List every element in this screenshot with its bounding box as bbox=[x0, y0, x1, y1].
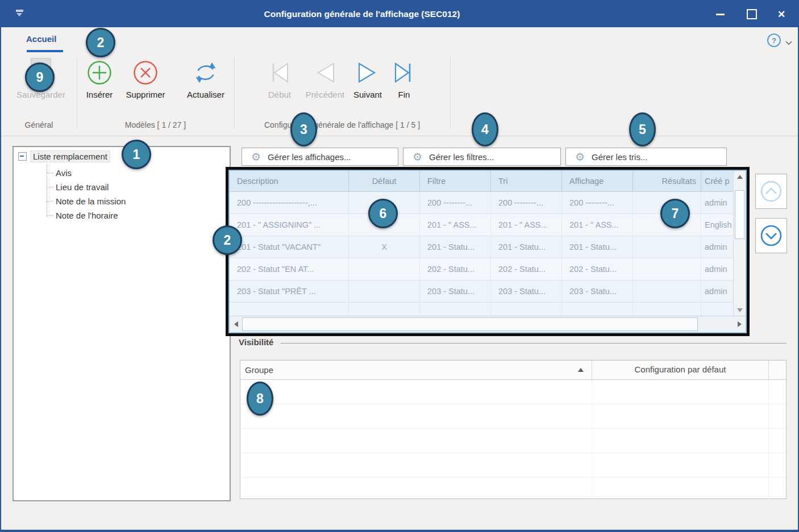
circle-up-icon bbox=[759, 179, 784, 204]
window-title: Configuration générale de l'affichage (S… bbox=[1, 1, 723, 27]
table-row[interactable]: 202 - Statut "EN AT... 202 - Statu... 20… bbox=[230, 258, 733, 280]
previous-button[interactable]: Précédent bbox=[301, 57, 349, 99]
tree-panel: Liste remplacement Avis Lieu de travail … bbox=[13, 146, 231, 501]
annotation-badge-3: 3 bbox=[290, 112, 317, 146]
col-header-filtre[interactable]: Filtre bbox=[420, 171, 491, 192]
col-header-groupe[interactable]: Groupe bbox=[240, 361, 592, 379]
scroll-down-icon[interactable] bbox=[734, 304, 746, 316]
previous-icon bbox=[301, 57, 349, 89]
refresh-icon bbox=[178, 57, 233, 89]
group-label-configuration: Configuration générale de l'affichage [ … bbox=[234, 118, 450, 132]
tree-root-item[interactable]: Liste remplacement bbox=[18, 150, 110, 162]
visibility-table: Groupe Configuration par défaut bbox=[240, 360, 786, 499]
gear-icon: ⚙ bbox=[251, 150, 261, 163]
tree-collapse-icon[interactable] bbox=[18, 152, 27, 161]
annotation-badge-6: 6 bbox=[368, 199, 398, 228]
group-label-modeles: Modèles [ 1 / 27 ] bbox=[77, 118, 234, 132]
scroll-right-icon[interactable] bbox=[733, 316, 746, 332]
annotation-badge-1: 1 bbox=[122, 140, 151, 169]
group-separator bbox=[450, 57, 451, 129]
move-up-button[interactable] bbox=[755, 174, 787, 209]
manage-filters-button[interactable]: ⚙ Gérer les filtres... bbox=[403, 148, 561, 166]
col-header-extra bbox=[769, 361, 786, 379]
visibility-divider bbox=[281, 343, 786, 344]
annotation-badge-9: 9 bbox=[25, 62, 55, 92]
col-header-resultats[interactable]: Résultats bbox=[633, 171, 701, 192]
close-icon: ✕ bbox=[777, 9, 785, 20]
first-icon bbox=[258, 57, 301, 89]
insert-button[interactable]: Insérer bbox=[80, 57, 119, 99]
first-button[interactable]: Début bbox=[258, 57, 301, 99]
tree-item-avis[interactable]: Avis bbox=[47, 166, 72, 180]
vertical-scroll-thumb[interactable] bbox=[735, 190, 744, 239]
last-button[interactable]: Fin bbox=[388, 57, 421, 99]
col-header-description[interactable]: Description bbox=[230, 171, 349, 192]
visibility-empty-row bbox=[240, 429, 786, 453]
table-empty-area bbox=[230, 303, 733, 316]
table-row[interactable]: 200 --------------------,... 200 -------… bbox=[230, 192, 733, 214]
annotation-badge-7: 7 bbox=[660, 199, 690, 228]
visibility-empty-row bbox=[240, 404, 786, 429]
gear-icon: ⚙ bbox=[413, 150, 422, 163]
col-header-cree-par[interactable]: Créé p bbox=[701, 171, 733, 192]
configurations-table: Description Défaut Filtre Tri Affichage … bbox=[228, 170, 747, 333]
circle-down-icon bbox=[759, 223, 784, 248]
tree-item-note-mission[interactable]: Note de la mission bbox=[47, 194, 126, 208]
manage-sorts-button[interactable]: ⚙ Gérer les tris... bbox=[565, 148, 727, 166]
ribbon: Accueil ? Sauvegarder Insérer Supprimer bbox=[1, 27, 798, 136]
delete-button[interactable]: Supprimer bbox=[119, 57, 172, 99]
maximize-button[interactable] bbox=[739, 1, 765, 27]
refresh-button[interactable]: Actualiser bbox=[178, 57, 233, 99]
tab-accueil[interactable]: Accueil bbox=[26, 34, 56, 44]
close-button[interactable]: ✕ bbox=[768, 1, 794, 27]
visibility-empty-row bbox=[240, 453, 786, 477]
table-row[interactable]: 203 - Statut "PRÊT ... 203 - Statu... 20… bbox=[230, 280, 733, 303]
scroll-left-icon[interactable] bbox=[230, 316, 242, 332]
tree-item-lieu-de-travail[interactable]: Lieu de travail bbox=[47, 180, 109, 194]
group-label-general: Général bbox=[1, 118, 77, 132]
annotation-badge-2b: 2 bbox=[213, 225, 242, 255]
help-icon[interactable]: ? bbox=[767, 33, 781, 47]
annotation-badge-8: 8 bbox=[247, 382, 273, 416]
col-header-configuration-par-defaut[interactable]: Configuration par défaut bbox=[592, 361, 769, 379]
configurations-table-highlight: Description Défaut Filtre Tri Affichage … bbox=[226, 167, 750, 336]
title-bar: Configuration générale de l'affichage (S… bbox=[1, 1, 798, 27]
ribbon-collapse-icon[interactable] bbox=[785, 37, 792, 48]
visibility-header-row: Groupe Configuration par défaut bbox=[240, 361, 786, 380]
annotation-badge-2: 2 bbox=[86, 28, 115, 57]
gear-icon: ⚙ bbox=[575, 150, 585, 163]
app-window: Configuration générale de l'affichage (S… bbox=[0, 0, 799, 532]
table-header-row: Description Défaut Filtre Tri Affichage … bbox=[230, 171, 733, 192]
insert-icon bbox=[80, 57, 119, 89]
vertical-scrollbar[interactable] bbox=[733, 171, 746, 316]
tab-underline bbox=[27, 50, 63, 52]
content-area: Liste remplacement Avis Lieu de travail … bbox=[1, 136, 798, 530]
horizontal-scroll-thumb[interactable] bbox=[242, 317, 698, 331]
scroll-up-icon[interactable] bbox=[734, 171, 746, 182]
table-row[interactable]: 201 - Statut "VACANT" X 201 - Statu... 2… bbox=[230, 236, 733, 258]
tree-item-note-horaire[interactable]: Note de l'horaire bbox=[47, 208, 118, 223]
col-header-defaut[interactable]: Défaut bbox=[349, 171, 420, 192]
table-row[interactable]: 201 - " ASSIGNING" ... 201 - " ASS... 20… bbox=[230, 214, 733, 236]
sort-ascending-icon bbox=[578, 368, 584, 372]
maximize-icon bbox=[747, 9, 757, 19]
move-down-button[interactable] bbox=[755, 218, 787, 253]
next-button[interactable]: Suivant bbox=[348, 57, 388, 99]
visibility-section-label: Visibilité bbox=[239, 337, 273, 347]
next-icon bbox=[348, 57, 388, 89]
col-header-affichage[interactable]: Affichage bbox=[562, 171, 633, 192]
col-header-tri[interactable]: Tri bbox=[491, 171, 562, 192]
visibility-empty-row bbox=[240, 477, 786, 502]
manage-views-button[interactable]: ⚙ Gérer les affichages... bbox=[242, 148, 398, 166]
horizontal-scrollbar[interactable] bbox=[230, 316, 746, 332]
minimize-icon bbox=[716, 14, 725, 15]
annotation-badge-4: 4 bbox=[472, 112, 498, 146]
tree-root-label: Liste remplacement bbox=[30, 150, 110, 162]
delete-icon bbox=[119, 57, 172, 89]
annotation-badge-5: 5 bbox=[629, 112, 656, 146]
visibility-empty-row bbox=[240, 380, 786, 404]
minimize-button[interactable] bbox=[707, 1, 733, 27]
last-icon bbox=[388, 57, 421, 89]
